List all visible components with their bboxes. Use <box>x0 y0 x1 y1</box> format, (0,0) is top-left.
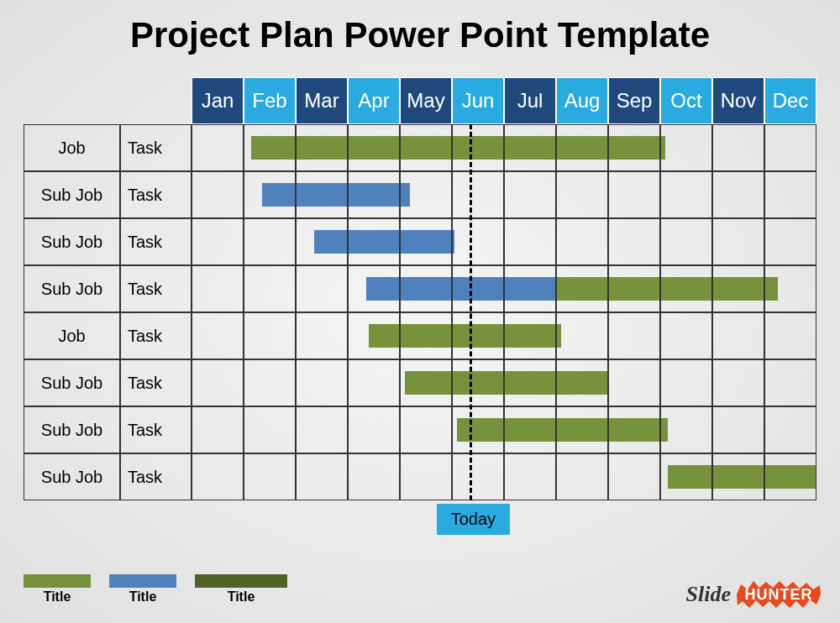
legend-item: Title <box>195 574 287 605</box>
grid-cell <box>556 171 608 218</box>
job-cell: Sub Job <box>24 406 120 453</box>
grid-cell <box>608 124 660 171</box>
grid-cell <box>504 171 556 218</box>
grid-cell <box>244 124 296 171</box>
job-cell: Sub Job <box>24 218 120 265</box>
month-header-sep: Sep <box>608 77 660 124</box>
grid-cell <box>660 406 712 453</box>
grid-cell <box>348 171 400 218</box>
legend-item: Title <box>109 574 176 605</box>
grid-cells <box>192 406 816 453</box>
grid-cell <box>764 453 816 500</box>
grid-cells <box>192 312 816 359</box>
grid-cell <box>660 124 712 171</box>
task-cell: Task <box>120 453 192 500</box>
legend-label: Title <box>109 589 176 605</box>
grid-cell <box>192 406 244 453</box>
month-header-row: JanFebMarAprMayJunJulAugSepOctNovDec <box>192 77 816 124</box>
month-header-mar: Mar <box>296 77 348 124</box>
grid-cell <box>452 312 504 359</box>
grid-cell <box>660 171 712 218</box>
legend: TitleTitleTitle <box>24 574 287 605</box>
grid-cell <box>296 171 348 218</box>
grid-cell <box>556 124 608 171</box>
month-header-jul: Jul <box>504 77 556 124</box>
grid-cells <box>192 265 816 312</box>
grid-cells <box>192 218 816 265</box>
job-cell: Sub Job <box>24 359 120 406</box>
job-cell: Job <box>24 124 120 171</box>
legend-swatch <box>24 574 91 588</box>
grid-cell <box>244 453 296 500</box>
legend-swatch <box>109 574 176 588</box>
grid-cell <box>556 359 608 406</box>
grid-cell <box>244 171 296 218</box>
table-row: JobTask <box>24 312 816 359</box>
month-header-oct: Oct <box>660 77 712 124</box>
grid-cell <box>400 265 452 312</box>
month-header-jan: Jan <box>192 77 244 124</box>
job-cell: Sub Job <box>24 171 120 218</box>
legend-label: Title <box>195 589 287 605</box>
gantt-chart: JanFebMarAprMayJunJulAugSepOctNovDec Job… <box>24 77 816 500</box>
grid-cell <box>192 312 244 359</box>
job-cell: Sub Job <box>24 265 120 312</box>
month-header-nov: Nov <box>712 77 764 124</box>
table-row: Sub JobTask <box>24 218 816 265</box>
grid-cell <box>660 359 712 406</box>
grid-cell <box>296 218 348 265</box>
grid-cell <box>452 171 504 218</box>
grid-cell <box>452 265 504 312</box>
legend-label: Title <box>24 589 91 605</box>
grid-cell <box>712 218 764 265</box>
task-cell: Task <box>120 406 192 453</box>
table-row: JobTask <box>24 124 816 171</box>
grid-cell <box>712 406 764 453</box>
grid-cell <box>556 406 608 453</box>
grid-cell <box>556 312 608 359</box>
grid-cell <box>400 312 452 359</box>
grid-cell <box>764 406 816 453</box>
grid-cell <box>400 171 452 218</box>
task-cell: Task <box>120 218 192 265</box>
grid-cell <box>712 312 764 359</box>
month-header-aug: Aug <box>556 77 608 124</box>
grid-cells <box>192 359 816 406</box>
grid-cell <box>556 218 608 265</box>
grid-cell <box>192 124 244 171</box>
grid-cell <box>348 359 400 406</box>
grid-cell <box>608 265 660 312</box>
grid-cell <box>244 406 296 453</box>
grid-cell <box>712 265 764 312</box>
page-title: Project Plan Power Point Template <box>0 0 840 64</box>
job-cell: Sub Job <box>24 453 120 500</box>
table-row: Sub JobTask <box>24 359 816 406</box>
task-cell: Task <box>120 265 192 312</box>
grid-cell <box>556 453 608 500</box>
grid-cell <box>608 171 660 218</box>
grid-cell <box>244 218 296 265</box>
table-row: Sub JobTask <box>24 265 816 312</box>
grid-cell <box>244 359 296 406</box>
grid-cell <box>764 124 816 171</box>
grid-cell <box>660 265 712 312</box>
grid-cell <box>764 359 816 406</box>
table-row: Sub JobTask <box>24 171 816 218</box>
grid-cell <box>608 453 660 500</box>
grid-cell <box>712 124 764 171</box>
grid-cell <box>192 218 244 265</box>
grid-cell <box>296 312 348 359</box>
grid-cell <box>296 124 348 171</box>
grid-cell <box>556 265 608 312</box>
grid-cell <box>452 218 504 265</box>
brand-logo: Slide HUNTER <box>686 578 825 611</box>
grid-cells <box>192 171 816 218</box>
grid-cell <box>504 218 556 265</box>
task-cell: Task <box>120 124 192 171</box>
grid-cell <box>296 265 348 312</box>
grid-cell <box>764 171 816 218</box>
grid-cell <box>296 406 348 453</box>
grid-cell <box>764 218 816 265</box>
grid-cell <box>400 218 452 265</box>
month-header-may: May <box>400 77 452 124</box>
